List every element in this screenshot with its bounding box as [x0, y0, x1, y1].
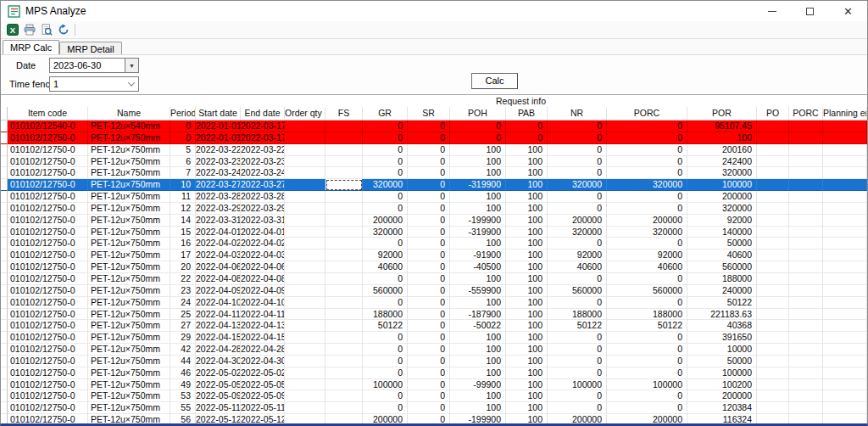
cell-porc[interactable]: 200000: [607, 215, 687, 227]
cell-nr[interactable]: 0: [548, 203, 607, 215]
cell-name[interactable]: PET-12u×750mm: [88, 167, 170, 179]
cell-pab[interactable]: 100: [506, 379, 548, 391]
row-gutter[interactable]: [1, 356, 8, 367]
cell-gr[interactable]: 0: [363, 238, 408, 249]
cell-porc[interactable]: 0: [607, 156, 687, 168]
cell-por[interactable]: 40600: [687, 249, 757, 261]
cell-po[interactable]: [757, 227, 789, 238]
cell-name[interactable]: PET-12u×750mm: [88, 332, 170, 344]
cell-start_date[interactable]: 2022-04-09: [196, 285, 241, 297]
column-header-po[interactable]: PO: [757, 107, 789, 120]
cell-fs[interactable]: [326, 238, 363, 249]
cell-sr[interactable]: 0: [408, 332, 450, 344]
cell-item_code[interactable]: 010102/12750-0: [8, 191, 88, 203]
date-combobox[interactable]: 2023-06-30 ▼: [49, 58, 139, 73]
cell-fs[interactable]: [326, 309, 363, 321]
cell-order_qty[interactable]: [285, 261, 326, 273]
cell-order_qty[interactable]: [285, 121, 326, 132]
cell-por[interactable]: 100200: [687, 379, 757, 391]
tab-mrp-detail[interactable]: MRP Detail: [59, 42, 121, 54]
cell-pab[interactable]: 100: [506, 309, 548, 321]
cell-start_date[interactable]: 2022-03-29: [196, 203, 241, 215]
cell-period[interactable]: 0: [170, 121, 196, 132]
cell-fs[interactable]: [326, 191, 363, 203]
cell-start_date[interactable]: 2022-05-12: [196, 414, 241, 426]
cell-fs[interactable]: [326, 332, 363, 344]
cell-start_date[interactable]: 2022-03-24: [196, 167, 241, 179]
row-gutter[interactable]: [1, 167, 8, 179]
cell-pab[interactable]: 0: [506, 132, 548, 144]
cell-pab[interactable]: 100: [506, 367, 548, 379]
cell-sr[interactable]: 0: [408, 285, 450, 297]
cell-period[interactable]: 49: [170, 379, 196, 391]
cell-po[interactable]: [757, 320, 789, 332]
cell-start_date[interactable]: 2022-03-28: [196, 191, 241, 203]
cell-name[interactable]: PET-12u×750mm: [88, 238, 170, 249]
cell-gr[interactable]: 0: [363, 121, 408, 132]
cell-end_date[interactable]: 2022-04-11: [241, 309, 285, 321]
column-header-pab[interactable]: PAB: [506, 107, 548, 120]
cell-start_date[interactable]: 2022-04-10: [196, 297, 241, 309]
cell-fs[interactable]: [326, 144, 363, 156]
cell-item_code[interactable]: 010102/12750-0: [8, 309, 88, 321]
cell-po[interactable]: [757, 402, 789, 414]
cell-sr[interactable]: 0: [408, 402, 450, 414]
cell-pab[interactable]: 100: [506, 344, 548, 356]
cell-fs[interactable]: [326, 156, 363, 168]
cell-porc2[interactable]: [789, 238, 823, 249]
row-gutter[interactable]: [1, 390, 8, 402]
cell-fs[interactable]: [326, 261, 363, 273]
cell-name[interactable]: PET-12u×750mm: [88, 297, 170, 309]
table-row[interactable]: 010102/12750-0PET-12u×750mm252022-04-112…: [1, 309, 867, 321]
cell-item_code[interactable]: 010102/12750-0: [8, 215, 88, 227]
row-gutter[interactable]: [1, 227, 8, 238]
cell-porc[interactable]: 0: [607, 390, 687, 402]
cell-nr[interactable]: 0: [548, 402, 607, 414]
column-header-porc2[interactable]: PORC: [789, 107, 823, 120]
cell-porc2[interactable]: [789, 320, 823, 332]
cell-porc[interactable]: 0: [607, 238, 687, 249]
cell-po[interactable]: [757, 332, 789, 344]
cell-planning_end[interactable]: [823, 414, 867, 426]
table-row[interactable]: 010102/12750-0PET-12u×750mm492022-05-052…: [1, 379, 867, 391]
cell-nr[interactable]: 0: [548, 191, 607, 203]
table-row[interactable]: 010102/12750-0PET-12u×750mm532022-05-092…: [1, 390, 867, 402]
cell-po[interactable]: [757, 167, 789, 179]
table-row[interactable]: 010102/12750-0PET-12u×750mm292022-04-152…: [1, 332, 867, 344]
row-gutter[interactable]: [1, 132, 8, 144]
cell-planning_end[interactable]: [823, 144, 867, 156]
cell-start_date[interactable]: 2022-04-13: [196, 320, 241, 332]
cell-period[interactable]: 7: [170, 167, 196, 179]
row-gutter[interactable]: [1, 367, 8, 379]
cell-por[interactable]: 95107.45: [687, 121, 757, 132]
cell-start_date[interactable]: 2022-04-30: [196, 356, 241, 367]
cell-end_date[interactable]: 2022-03-28: [241, 191, 285, 203]
column-header-sr[interactable]: SR: [408, 107, 450, 120]
cell-sr[interactable]: 0: [408, 379, 450, 391]
cell-planning_end[interactable]: [823, 203, 867, 215]
column-header-start-date[interactable]: Start date: [196, 107, 241, 120]
cell-nr[interactable]: 0: [548, 332, 607, 344]
cell-porc2[interactable]: [789, 390, 823, 402]
maximize-icon[interactable]: [791, 1, 829, 21]
cell-planning_end[interactable]: [823, 285, 867, 297]
cell-poh[interactable]: 100: [450, 390, 506, 402]
cell-planning_end[interactable]: [823, 121, 867, 132]
cell-porc[interactable]: 320000: [607, 227, 687, 238]
row-gutter[interactable]: [1, 402, 8, 414]
cell-gr[interactable]: 0: [363, 273, 408, 285]
cell-gr[interactable]: 0: [363, 167, 408, 179]
table-row[interactable]: 010102/12750-0PET-12u×750mm552022-05-112…: [1, 402, 867, 414]
table-row[interactable]: 010102/12750-0PET-12u×750mm242022-04-102…: [1, 297, 867, 309]
row-gutter[interactable]: [1, 191, 8, 203]
cell-porc[interactable]: 0: [607, 402, 687, 414]
cell-pab[interactable]: 100: [506, 320, 548, 332]
column-header-poh[interactable]: POH: [450, 107, 506, 120]
table-row[interactable]: 010102/12750-0PET-12u×750mm142022-03-312…: [1, 215, 867, 227]
cell-porc[interactable]: 0: [607, 367, 687, 379]
cell-order_qty[interactable]: [285, 367, 326, 379]
cell-por[interactable]: 50000: [687, 238, 757, 249]
cell-item_code[interactable]: 010102/12750-0: [8, 356, 88, 367]
cell-order_qty[interactable]: [285, 344, 326, 356]
cell-poh[interactable]: -199900: [450, 215, 506, 227]
